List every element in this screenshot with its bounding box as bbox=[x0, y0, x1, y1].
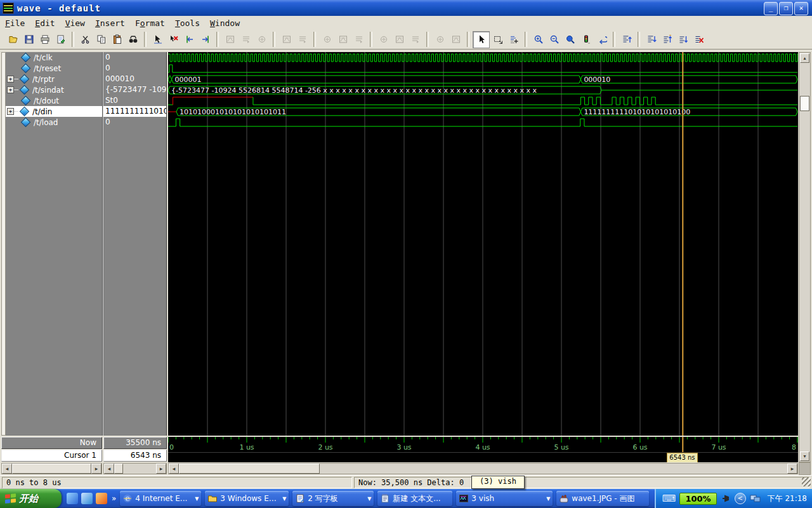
signal-row-load[interactable]: /t/load bbox=[6, 117, 102, 128]
scroll-up-icon[interactable]: ▴ bbox=[800, 53, 809, 63]
tray-collapse-button[interactable]: < bbox=[735, 493, 746, 504]
scroll-track[interactable] bbox=[123, 464, 156, 474]
group-dropdown-icon[interactable]: ▼ bbox=[367, 496, 371, 502]
cut-icon bbox=[81, 34, 91, 44]
menu-edit[interactable]: Edit bbox=[30, 17, 60, 29]
expand-toggle-icon[interactable]: + bbox=[7, 86, 14, 93]
scroll-right-icon[interactable]: ▸ bbox=[787, 464, 797, 474]
disabled-tool-12-button bbox=[432, 32, 448, 48]
wave-hscrollbar[interactable]: ◂ ▸ bbox=[168, 463, 798, 474]
stop-light-button[interactable] bbox=[578, 32, 594, 48]
wave-vscrollbar[interactable]: ▴ ▾ bbox=[799, 52, 811, 462]
write-report-button[interactable] bbox=[53, 32, 69, 48]
task-button-label: wave1.JPG - 画图 bbox=[572, 493, 646, 504]
close-button[interactable]: ✕ bbox=[794, 2, 808, 15]
zoom-full-button[interactable] bbox=[562, 32, 578, 48]
svg-text:1 us: 1 us bbox=[239, 443, 254, 451]
menu-format[interactable]: Format bbox=[130, 17, 170, 29]
svg-text:3 us: 3 us bbox=[396, 443, 411, 451]
taskbar-button-wordpad[interactable]: 2 写字板▼ bbox=[292, 491, 374, 506]
scroll-right-icon[interactable]: ▸ bbox=[156, 464, 166, 474]
save-button[interactable] bbox=[21, 32, 37, 48]
power-plug-icon[interactable] bbox=[721, 494, 731, 503]
network-icon[interactable] bbox=[750, 494, 761, 503]
zoom-out-button[interactable] bbox=[546, 32, 562, 48]
signal-row-clk[interactable]: /t/clk bbox=[6, 52, 102, 63]
cursor-time-label[interactable]: 6543 ns bbox=[667, 453, 697, 463]
menu-tools[interactable]: Tools bbox=[170, 17, 205, 29]
taskbar-button-paint[interactable]: wave1.JPG - 画图 bbox=[556, 491, 649, 506]
move-down-button[interactable] bbox=[675, 32, 691, 48]
menu-window[interactable]: Window bbox=[205, 17, 245, 29]
group-dropdown-icon[interactable]: ▼ bbox=[546, 496, 550, 502]
expand-toggle-icon[interactable]: + bbox=[7, 76, 14, 83]
resize-grip[interactable] bbox=[802, 478, 811, 486]
values-hscrollbar[interactable]: ◂ ▸ bbox=[103, 463, 167, 474]
taskbar-button-vish[interactable]: 3 vish▼ bbox=[456, 491, 553, 506]
paste-button[interactable] bbox=[109, 32, 125, 48]
scroll-thumb[interactable] bbox=[12, 464, 91, 474]
expand-toggle-icon[interactable]: + bbox=[7, 108, 14, 115]
signal-row-reset[interactable]: /t/reset bbox=[6, 63, 102, 74]
goto-top-button[interactable] bbox=[619, 32, 634, 48]
waveform-area[interactable]: 000001000010{-5723477 -10924 5526814 554… bbox=[168, 52, 798, 436]
scroll-left-icon[interactable]: ◂ bbox=[104, 464, 114, 474]
scroll-down-icon[interactable]: ▾ bbox=[800, 451, 809, 461]
battery-indicator[interactable]: 100% bbox=[679, 493, 716, 505]
keyboard-icon[interactable]: ⌨ bbox=[662, 493, 676, 504]
cut-button[interactable] bbox=[77, 32, 93, 48]
find-next-transition-button[interactable] bbox=[197, 32, 213, 48]
toolbar-group bbox=[77, 32, 141, 48]
group-dropdown-icon[interactable]: ▼ bbox=[282, 496, 286, 502]
zoom-in-button[interactable] bbox=[530, 32, 546, 48]
signal-name: /t/load bbox=[34, 118, 58, 127]
select-mode-button[interactable] bbox=[473, 31, 490, 48]
scroll-right-icon[interactable]: ▸ bbox=[91, 464, 102, 474]
scroll-thumb[interactable] bbox=[114, 464, 123, 474]
menu-view[interactable]: View bbox=[60, 17, 90, 29]
copy-button[interactable] bbox=[93, 32, 109, 48]
quick-launch-overflow[interactable]: » bbox=[112, 494, 116, 503]
menu-file[interactable]: File bbox=[0, 17, 30, 29]
scroll-thumb[interactable] bbox=[800, 96, 809, 111]
cursor-row-label[interactable]: Cursor 1 bbox=[1, 450, 102, 462]
taskbar-button-notepad[interactable]: 新建 文本文... bbox=[377, 491, 452, 506]
print-icon bbox=[40, 34, 50, 44]
scroll-track[interactable] bbox=[320, 464, 787, 474]
remove-all-button[interactable] bbox=[691, 32, 707, 48]
quick-launch-messenger-icon[interactable] bbox=[67, 493, 78, 504]
taskbar: 开始 » e4 Internet E...▼3 Windows Ex...▼2 … bbox=[0, 489, 812, 508]
signal-row-sindat[interactable]: +/t/sindat bbox=[6, 84, 102, 95]
window-title: wave - default bbox=[17, 3, 101, 13]
taskbar-button-folder[interactable]: 3 Windows Ex...▼ bbox=[205, 491, 289, 506]
scroll-thumb[interactable] bbox=[179, 464, 320, 474]
signal-row-dout[interactable]: /t/dout bbox=[6, 95, 102, 106]
signal-row-din[interactable]: +/t/din bbox=[6, 106, 102, 117]
minimize-button[interactable]: _ bbox=[764, 2, 778, 15]
jump-back-button[interactable] bbox=[594, 32, 610, 48]
scroll-left-icon[interactable]: ◂ bbox=[2, 464, 12, 474]
quick-launch-ie-icon[interactable] bbox=[81, 493, 93, 504]
restore-button[interactable]: ❐ bbox=[779, 2, 793, 15]
signal-row-rptr[interactable]: +/t/rptr bbox=[6, 74, 102, 84]
scroll-left-icon[interactable]: ◂ bbox=[169, 464, 179, 474]
move-up-button[interactable] bbox=[659, 32, 675, 48]
start-label: 开始 bbox=[19, 493, 38, 505]
find-previous-transition-button[interactable] bbox=[181, 32, 197, 48]
menu-insert[interactable]: Insert bbox=[90, 17, 130, 29]
taskbar-clock[interactable]: 下午 21:18 bbox=[768, 493, 807, 504]
zoom-out-icon bbox=[549, 34, 560, 44]
find-button[interactable] bbox=[125, 32, 141, 48]
group-dropdown-icon[interactable]: ▼ bbox=[195, 496, 199, 502]
names-hscrollbar[interactable]: ◂ ▸ bbox=[1, 463, 102, 474]
add-cursor-button[interactable] bbox=[150, 32, 166, 48]
goto-bottom-button[interactable] bbox=[643, 32, 659, 48]
delete-cursor-button[interactable] bbox=[166, 32, 181, 48]
quick-launch-media-icon[interactable] bbox=[96, 493, 107, 504]
print-button[interactable] bbox=[37, 32, 53, 48]
zoom-mode-button[interactable] bbox=[490, 32, 506, 48]
open-button[interactable] bbox=[5, 32, 21, 48]
edit-mode-button[interactable] bbox=[506, 32, 521, 48]
taskbar-button-ie[interactable]: e4 Internet E...▼ bbox=[120, 491, 201, 506]
start-button[interactable]: 开始 bbox=[0, 489, 62, 508]
